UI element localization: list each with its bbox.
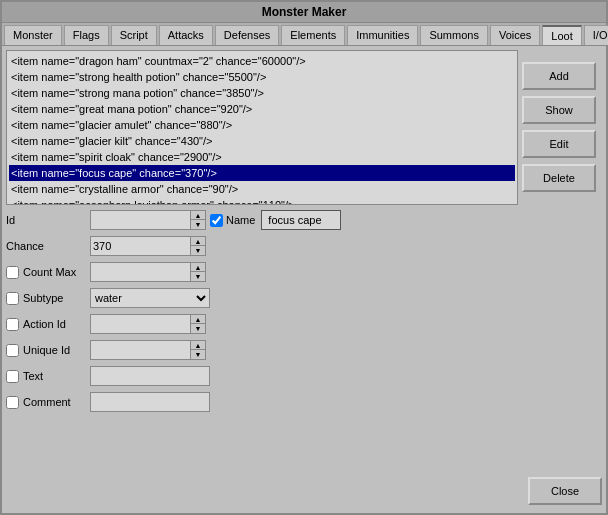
uniqueid-spin-buttons: ▲ ▼	[190, 340, 206, 360]
id-up-button[interactable]: ▲	[191, 211, 205, 220]
countmax-down-button[interactable]: ▼	[191, 272, 205, 281]
chance-up-button[interactable]: ▲	[191, 237, 205, 246]
tab-bar: MonsterFlagsScriptAttacksDefensesElement…	[2, 23, 606, 46]
text-label-text: Text	[23, 370, 43, 382]
id-spin-buttons: ▲ ▼	[190, 210, 206, 230]
subtype-label-text: Subtype	[23, 292, 63, 304]
chance-label: Chance	[6, 240, 86, 252]
actionid-up-button[interactable]: ▲	[191, 315, 205, 324]
actionid-spin: ▲ ▼	[90, 314, 206, 334]
countmax-checkbox[interactable]	[6, 266, 19, 279]
close-button[interactable]: Close	[528, 477, 602, 505]
id-input[interactable]	[90, 210, 190, 230]
name-check-label[interactable]: Name	[210, 214, 255, 227]
text-row: Text	[6, 365, 518, 387]
tab-defenses[interactable]: Defenses	[215, 25, 279, 45]
list-item[interactable]: <item name="spirit cloak" chance="2900"/…	[9, 149, 515, 165]
loot-list[interactable]: <item name="dragon ham" countmax="2" cha…	[6, 50, 518, 205]
uniqueid-spin: ▲ ▼	[90, 340, 206, 360]
subtype-dropdown[interactable]: water fire earth air	[90, 288, 210, 308]
actionid-label-text: Action Id	[23, 318, 66, 330]
id-row: Id ▲ ▼ Name focus cape	[6, 209, 518, 231]
actionid-row: Action Id ▲ ▼	[6, 313, 518, 335]
list-item[interactable]: <item name="dragon ham" countmax="2" cha…	[9, 53, 515, 69]
uniqueid-up-button[interactable]: ▲	[191, 341, 205, 350]
show-button[interactable]: Show	[522, 96, 596, 124]
text-label[interactable]: Text	[6, 370, 86, 383]
action-buttons: Add Show Edit Delete	[522, 52, 602, 477]
countmax-spin: ▲ ▼	[90, 262, 206, 282]
chance-spin-buttons: ▲ ▼	[190, 236, 206, 256]
countmax-up-button[interactable]: ▲	[191, 263, 205, 272]
name-label: Name	[226, 214, 255, 226]
chance-spin: ▲ ▼	[90, 236, 206, 256]
subtype-select[interactable]: water fire earth air	[90, 288, 210, 308]
actionid-checkbox[interactable]	[6, 318, 19, 331]
edit-button[interactable]: Edit	[522, 130, 596, 158]
window-title: Monster Maker	[262, 5, 347, 19]
list-item[interactable]: <item name="strong health potion" chance…	[9, 69, 515, 85]
main-window: Monster Maker MonsterFlagsScriptAttacksD…	[0, 0, 608, 515]
uniqueid-label-text: Unique Id	[23, 344, 70, 356]
actionid-input[interactable]	[90, 314, 190, 334]
tab-flags[interactable]: Flags	[64, 25, 109, 45]
tab-voices[interactable]: Voices	[490, 25, 540, 45]
list-item[interactable]: <item name="oceanborn leviathan armor" c…	[9, 197, 515, 205]
tab-elements[interactable]: Elements	[281, 25, 345, 45]
countmax-label-text: Count Max	[23, 266, 76, 278]
uniqueid-input[interactable]	[90, 340, 190, 360]
comment-label-text: Comment	[23, 396, 71, 408]
actionid-down-button[interactable]: ▼	[191, 324, 205, 333]
list-item[interactable]: <item name="focus cape" chance="370"/>	[9, 165, 515, 181]
countmax-spin-buttons: ▲ ▼	[190, 262, 206, 282]
bottom-row: Close	[522, 477, 602, 507]
tab-summons[interactable]: Summons	[420, 25, 488, 45]
uniqueid-label[interactable]: Unique Id	[6, 344, 86, 357]
uniqueid-checkbox[interactable]	[6, 344, 19, 357]
comment-row: Comment	[6, 391, 518, 413]
chance-down-button[interactable]: ▼	[191, 246, 205, 255]
comment-label[interactable]: Comment	[6, 396, 86, 409]
list-item[interactable]: <item name="strong mana potion" chance="…	[9, 85, 515, 101]
subtype-label[interactable]: Subtype	[6, 292, 86, 305]
uniqueid-down-button[interactable]: ▼	[191, 350, 205, 359]
name-row: Name focus cape	[210, 210, 341, 230]
text-checkbox[interactable]	[6, 370, 19, 383]
tab-script[interactable]: Script	[111, 25, 157, 45]
tab-loot[interactable]: Loot	[542, 25, 581, 45]
countmax-label[interactable]: Count Max	[6, 266, 86, 279]
add-button[interactable]: Add	[522, 62, 596, 90]
main-content: <item name="dragon ham" countmax="2" cha…	[2, 46, 606, 513]
subtype-checkbox[interactable]	[6, 292, 19, 305]
actionid-spin-buttons: ▲ ▼	[190, 314, 206, 334]
id-spin: ▲ ▼	[90, 210, 206, 230]
tab-immunities[interactable]: Immunities	[347, 25, 418, 45]
list-item[interactable]: <item name="glacier amulet" chance="880"…	[9, 117, 515, 133]
list-item[interactable]: <item name="crystalline armor" chance="9…	[9, 181, 515, 197]
name-value: focus cape	[261, 210, 341, 230]
subtype-row: Subtype water fire earth air	[6, 287, 518, 309]
countmax-input[interactable]	[90, 262, 190, 282]
comment-checkbox[interactable]	[6, 396, 19, 409]
uniqueid-row: Unique Id ▲ ▼	[6, 339, 518, 361]
right-panel: Add Show Edit Delete Close	[522, 50, 602, 509]
list-item[interactable]: <item name="glacier kilt" chance="430"/>	[9, 133, 515, 149]
title-bar: Monster Maker	[2, 2, 606, 23]
countmax-row: Count Max ▲ ▼	[6, 261, 518, 283]
comment-input[interactable]	[90, 392, 210, 412]
list-item[interactable]: <item name="great mana potion" chance="9…	[9, 101, 515, 117]
tab-i/o[interactable]: I/O	[584, 25, 608, 45]
name-checkbox[interactable]	[210, 214, 223, 227]
text-input[interactable]	[90, 366, 210, 386]
id-down-button[interactable]: ▼	[191, 220, 205, 229]
left-panel: <item name="dragon ham" countmax="2" cha…	[6, 50, 518, 509]
actionid-label[interactable]: Action Id	[6, 318, 86, 331]
chance-input[interactable]	[90, 236, 190, 256]
tab-attacks[interactable]: Attacks	[159, 25, 213, 45]
chance-row: Chance ▲ ▼	[6, 235, 518, 257]
tab-monster[interactable]: Monster	[4, 25, 62, 45]
delete-button[interactable]: Delete	[522, 164, 596, 192]
id-label: Id	[6, 214, 86, 226]
